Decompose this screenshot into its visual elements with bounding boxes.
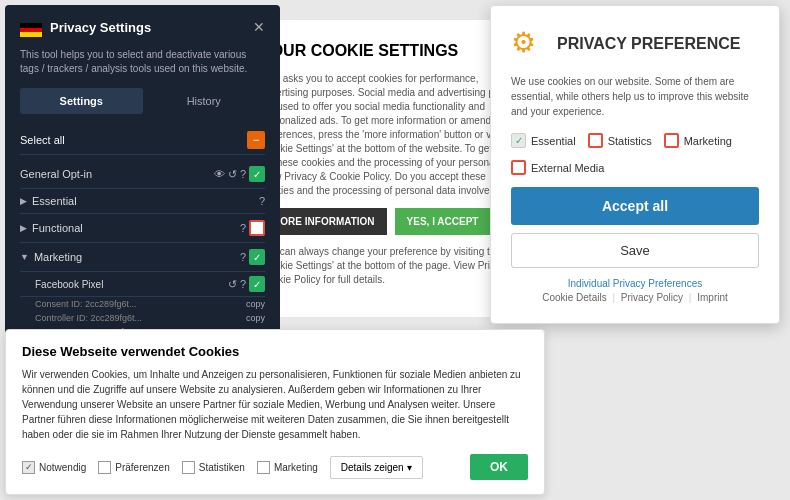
cookie-settings-description: Nike asks you to accept cookies for perf… (260, 72, 520, 198)
statistics-checkbox-label: Statistics (608, 135, 652, 147)
privacy-settings-description: This tool helps you to select and deacti… (20, 48, 265, 76)
privacy-settings-header: Privacy Settings ✕ (20, 20, 265, 40)
privacy-settings-title-area: Privacy Settings (20, 20, 151, 40)
ok-button[interactable]: OK (470, 454, 528, 480)
individual-privacy-link[interactable]: Individual Privacy Preferences (568, 278, 703, 289)
select-all-row: Select all − (20, 126, 265, 155)
facebook-checkbox[interactable]: ✓ (249, 276, 265, 292)
marketing-checkbox-label: Marketing (684, 135, 732, 147)
functional-question-icon: ? (240, 222, 246, 234)
chevron-down-icon: ▾ (407, 462, 412, 473)
facebook-question-icon: ? (240, 278, 246, 290)
facebook-pixel-label: Facebook Pixel (35, 279, 103, 290)
general-optin-checkbox[interactable]: ✓ (249, 166, 265, 182)
pref-statistics-item: Statistics (588, 133, 652, 148)
sub-item-facebook: Facebook Pixel ↺ ? ✓ (20, 272, 265, 297)
yes-accept-button[interactable]: YES, I ACCEPT (395, 208, 491, 235)
notwendig-item: ✓ Notwendig (22, 461, 86, 474)
cookie-settings-note: You can always change your preference by… (260, 245, 520, 287)
general-optin-label: General Opt-in (20, 168, 92, 180)
statistiken-checkbox[interactable] (182, 461, 195, 474)
consent-id-copy[interactable]: copy (246, 299, 265, 309)
tab-settings[interactable]: Settings (20, 88, 143, 114)
statistiken-item: Statistiken (182, 461, 245, 474)
pref-modal-title: PRIVACY PREFERENCE (557, 35, 740, 53)
praferenzen-label: Präferenzen (115, 462, 169, 473)
privacy-preference-modal: ⚙ PRIVACY PREFERENCE We use cookies on o… (490, 5, 780, 324)
category-row-functional: ▶ Functional ? (20, 214, 265, 243)
external-media-label: External Media (531, 162, 604, 174)
save-button[interactable]: Save (511, 233, 759, 268)
statistiken-label: Statistiken (199, 462, 245, 473)
controller-id-row: Controller ID: 2cc289fg6t... copy (20, 311, 265, 325)
controller-id-copy[interactable]: copy (246, 313, 265, 323)
marketing-chevron[interactable]: ▼ (20, 252, 29, 262)
details-button[interactable]: Details zeigen ▾ (330, 456, 423, 479)
tab-history[interactable]: History (143, 88, 266, 114)
consent-id-label: Consent ID: 2cc289fg6t... (35, 299, 137, 309)
facebook-reload-icon: ↺ (228, 278, 237, 291)
essential-checkbox[interactable]: ✓ (511, 133, 526, 148)
marketing-label: Marketing (34, 251, 82, 263)
marketing-checkbox[interactable]: ✓ (249, 249, 265, 265)
pref-modal-header: ⚙ PRIVACY PREFERENCE (511, 26, 759, 62)
essential-chevron[interactable]: ▶ (20, 196, 27, 206)
eye-icon: 👁 (214, 168, 225, 180)
privacy-settings-heading: Privacy Settings (50, 20, 151, 35)
notwendig-label: Notwendig (39, 462, 86, 473)
functional-label: Functional (32, 222, 83, 234)
settings-tabs: Settings History (20, 88, 265, 114)
accept-all-button[interactable]: Accept all (511, 187, 759, 225)
pref-modal-description: We use cookies on our website. Some of t… (511, 74, 759, 119)
privacy-settings-panel: Privacy Settings ✕ This tool helps you t… (5, 5, 280, 376)
pref-essential-item: ✓ Essential (511, 133, 576, 148)
german-banner-text: Wir verwenden Cookies, um Inhalte und An… (22, 367, 528, 442)
praferenzen-item: Präferenzen (98, 461, 169, 474)
marketing-de-checkbox[interactable] (257, 461, 270, 474)
privacy-policy-link[interactable]: Privacy Policy (621, 292, 683, 303)
individual-privacy-link-area: Individual Privacy Preferences (511, 278, 759, 289)
marketing-question-icon: ? (240, 251, 246, 263)
details-button-label: Details zeigen (341, 462, 404, 473)
select-all-label: Select all (20, 134, 65, 146)
question-icon: ? (240, 168, 246, 180)
essential-checkbox-label: Essential (531, 135, 576, 147)
imprint-link[interactable]: Imprint (697, 292, 728, 303)
marketing-de-item: Marketing (257, 461, 318, 474)
marketing-pref-checkbox[interactable] (664, 133, 679, 148)
external-media-checkbox[interactable] (511, 160, 526, 175)
pref-secondary-links: Cookie Details | Privacy Policy | Imprin… (511, 292, 759, 303)
essential-label: Essential (32, 195, 77, 207)
category-row-general: General Opt-in 👁 ↺ ? ✓ (20, 160, 265, 189)
cookie-settings-buttons: MORE INFORMATION YES, I ACCEPT (260, 208, 520, 235)
german-banner-footer: ✓ Notwendig Präferenzen Statistiken Mark… (22, 454, 528, 480)
minus-button[interactable]: − (247, 131, 265, 149)
essential-question-icon: ? (259, 195, 265, 207)
gear-icon: ⚙ (511, 26, 547, 62)
category-row-marketing: ▼ Marketing ? ✓ (20, 243, 265, 272)
pref-checkboxes: ✓ Essential Statistics Marketing Externa… (511, 133, 759, 175)
controller-id-label: Controller ID: 2cc289fg6t... (35, 313, 142, 323)
pref-marketing-item: Marketing (664, 133, 732, 148)
german-banner-title: Diese Webseite verwendet Cookies (22, 344, 528, 359)
german-flag-icon (20, 23, 42, 37)
notwendig-checkbox[interactable]: ✓ (22, 461, 35, 474)
functional-chevron[interactable]: ▶ (20, 223, 27, 233)
consent-id-row: Consent ID: 2cc289fg6t... copy (20, 297, 265, 311)
cookie-settings-title: YOUR COOKIE SETTINGS (260, 40, 520, 62)
category-row-essential: ▶ Essential ? (20, 189, 265, 214)
pref-external-media-item: External Media (511, 160, 604, 175)
statistics-checkbox[interactable] (588, 133, 603, 148)
refresh-icon: ↺ (228, 168, 237, 181)
praferenzen-checkbox[interactable] (98, 461, 111, 474)
close-button[interactable]: ✕ (253, 20, 265, 34)
german-cookie-banner: Diese Webseite verwendet Cookies Wir ver… (5, 329, 545, 495)
cookie-details-link[interactable]: Cookie Details (542, 292, 606, 303)
functional-checkbox[interactable] (249, 220, 265, 236)
marketing-de-label: Marketing (274, 462, 318, 473)
